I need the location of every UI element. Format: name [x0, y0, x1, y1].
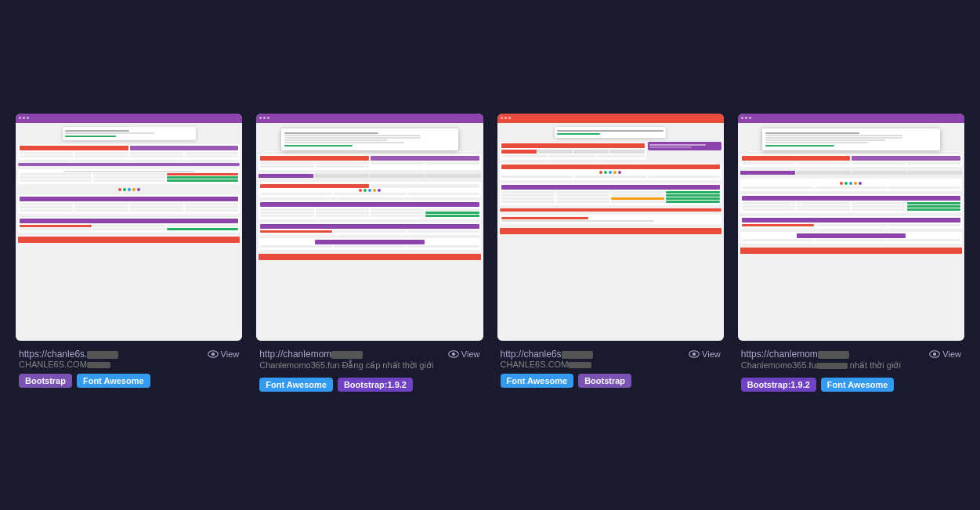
- card-4-tags: Bootstrap:1.9.2 Font Awesome: [741, 378, 961, 392]
- card-1-domain: CHANLE6S.COM: [19, 360, 239, 369]
- card-3-view-link[interactable]: View: [689, 349, 721, 359]
- eye-icon: [208, 350, 219, 358]
- card-1-url: https://chanle6s.: [19, 349, 204, 360]
- card-4[interactable]: https://chanlemom View Chanlemomo365.fu …: [738, 114, 964, 396]
- tag-bootstrap2-4[interactable]: Bootstrap:1.9.2: [741, 378, 816, 392]
- gallery-container: https://chanle6s. View CHANLE6S.COM Boot…: [16, 114, 964, 396]
- tag-fontawesome-2[interactable]: Font Awesome: [259, 378, 333, 392]
- tag-fontawesome-3[interactable]: Font Awesome: [501, 374, 574, 388]
- card-2-info: http://chanlemom View Chanlemomo365.fun …: [256, 341, 483, 396]
- card-1-view-link[interactable]: View: [208, 349, 240, 359]
- eye-icon-2: [448, 350, 459, 358]
- eye-icon-4: [929, 350, 940, 358]
- mockup-bar-3: [497, 114, 724, 123]
- card-3[interactable]: http://chanle6s View CHANLE6S.COM Font A…: [497, 114, 724, 392]
- card-2-thumbnail[interactable]: [256, 114, 483, 341]
- card-3-thumbnail[interactable]: [497, 114, 724, 341]
- card-1-thumbnail[interactable]: [16, 114, 242, 341]
- mockup-dialog-2: [281, 128, 459, 150]
- card-2-tags: Font Awesome Bootstrap:1.9.2: [259, 378, 479, 392]
- card-2-view-link[interactable]: View: [448, 349, 480, 359]
- card-1-tags: Bootstrap Font Awesome: [19, 374, 239, 388]
- card-4-view-link[interactable]: View: [929, 349, 961, 359]
- tag-bootstrap-3[interactable]: Bootstrap: [578, 374, 631, 388]
- mockup-dialog-4: [762, 128, 940, 150]
- card-2[interactable]: http://chanlemom View Chanlemomo365.fun …: [256, 114, 483, 396]
- card-3-url: http://chanle6s: [501, 349, 686, 360]
- mockup-bar: [16, 114, 242, 123]
- card-1-info: https://chanle6s. View CHANLE6S.COM Boot…: [16, 341, 242, 392]
- mockup-bar-4: [738, 114, 964, 123]
- svg-point-5: [693, 353, 696, 356]
- svg-point-3: [452, 353, 455, 356]
- card-3-domain: CHANLE6S.COM: [501, 360, 721, 369]
- card-4-info: https://chanlemom View Chanlemomo365.fu …: [738, 341, 964, 396]
- tag-bootstrap2-2[interactable]: Bootstrap:1.9.2: [338, 378, 413, 392]
- card-3-info: http://chanle6s View CHANLE6S.COM Font A…: [497, 341, 724, 392]
- card-2-description: Chanlemomo365.fun Đẳng cấp nhất thời giớ…: [259, 360, 479, 371]
- card-4-url: https://chanlemom: [741, 349, 927, 360]
- eye-icon-3: [689, 350, 700, 358]
- mockup-bar-2: [256, 114, 483, 123]
- svg-point-1: [211, 353, 214, 356]
- card-4-description: Chanlemomo365.fu nhất thời giới: [741, 360, 961, 371]
- tag-fontawesome[interactable]: Font Awesome: [77, 374, 150, 388]
- svg-point-7: [933, 353, 936, 356]
- card-3-tags: Font Awesome Bootstrap: [501, 374, 721, 388]
- tag-fontawesome-4[interactable]: Font Awesome: [821, 378, 895, 392]
- tag-bootstrap[interactable]: Bootstrap: [19, 374, 72, 388]
- card-2-url: http://chanlemom: [259, 349, 445, 360]
- card-1[interactable]: https://chanle6s. View CHANLE6S.COM Boot…: [16, 114, 242, 392]
- card-4-thumbnail[interactable]: [738, 114, 964, 341]
- mockup-dialog: [63, 127, 196, 140]
